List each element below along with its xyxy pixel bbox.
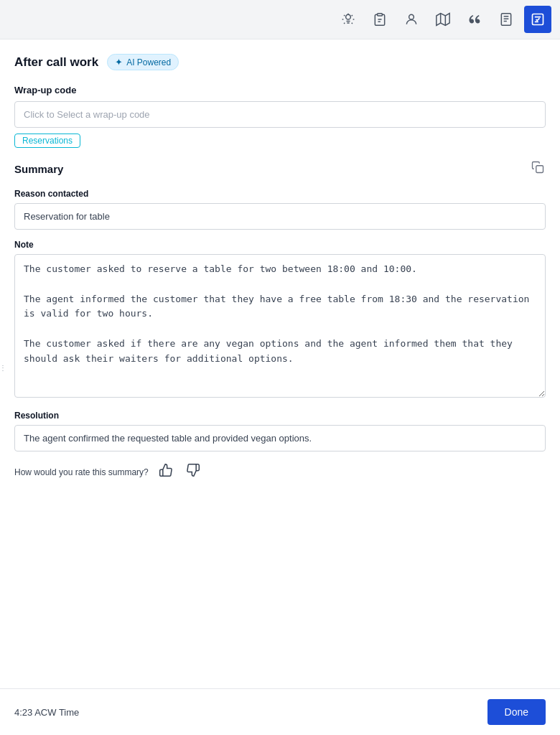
ai-sparkle-icon: ✦ <box>115 57 123 67</box>
wrapup-input[interactable]: Click to Select a wrap-up code <box>14 101 546 128</box>
svg-rect-8 <box>536 166 543 173</box>
ai-badge-label: AI Powered <box>126 57 171 67</box>
tasks-active-icon[interactable] <box>524 6 551 33</box>
resolution-group: Resolution The agent confirmed the reque… <box>14 411 546 451</box>
bottom-bar: 4:23 ACW Time Done <box>0 688 560 735</box>
resolution-input[interactable]: The agent confirmed the requested table … <box>14 425 546 451</box>
summary-title: Summary <box>14 163 63 175</box>
reason-contacted-value: Reservation for table <box>24 211 110 222</box>
page-title: After call work <box>14 55 98 70</box>
lightbulb-icon[interactable] <box>335 6 362 33</box>
svg-point-0 <box>346 14 351 19</box>
document-icon[interactable] <box>493 6 520 33</box>
note-group: Note <box>14 240 546 401</box>
resolution-value: The agent confirmed the requested table … <box>24 433 312 444</box>
main-content: After call work ✦ AI Powered Wrap-up cod… <box>0 39 560 688</box>
map-icon[interactable] <box>429 6 457 33</box>
note-label: Note <box>14 240 546 250</box>
top-nav <box>0 0 560 39</box>
rating-question: How would you rate this summary? <box>14 467 149 477</box>
note-textarea[interactable] <box>14 254 546 398</box>
svg-rect-1 <box>378 14 383 16</box>
wrapup-label: Wrap-up code <box>14 85 546 95</box>
thumbs-down-button[interactable] <box>183 462 203 482</box>
svg-rect-6 <box>501 14 510 26</box>
person-icon[interactable] <box>398 6 425 33</box>
resolution-label: Resolution <box>14 411 546 421</box>
svg-point-2 <box>409 14 414 19</box>
page-header: After call work ✦ AI Powered <box>14 54 546 70</box>
ai-powered-badge: ✦ AI Powered <box>107 54 179 70</box>
svg-marker-3 <box>437 14 449 26</box>
summary-header: Summary <box>14 159 546 179</box>
acw-time: 4:23 ACW Time <box>14 707 79 718</box>
clipboard-text-icon[interactable] <box>366 6 393 33</box>
done-button[interactable]: Done <box>487 699 546 725</box>
copy-icon[interactable] <box>530 159 546 179</box>
thumbs-up-button[interactable] <box>156 462 176 482</box>
wrapup-section: Wrap-up code Click to Select a wrap-up c… <box>14 85 546 148</box>
summary-section: Summary Reason contacted Reservation for… <box>14 159 546 482</box>
reason-contacted-input[interactable]: Reservation for table <box>14 203 546 230</box>
wrapup-placeholder: Click to Select a wrap-up code <box>24 109 150 120</box>
rating-section: How would you rate this summary? <box>14 462 546 482</box>
drag-handle[interactable]: ⋮ <box>0 353 6 382</box>
reason-contacted-group: Reason contacted Reservation for table <box>14 189 546 230</box>
reason-contacted-label: Reason contacted <box>14 189 546 199</box>
quotes-icon[interactable] <box>461 6 488 33</box>
reservations-tag[interactable]: Reservations <box>14 134 80 148</box>
